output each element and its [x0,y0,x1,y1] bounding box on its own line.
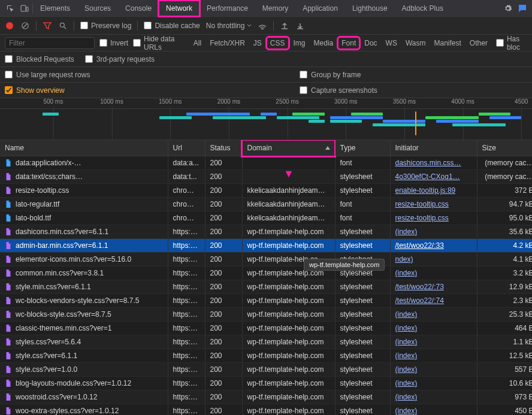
show-overview-checkbox[interactable]: Show overview [5,86,65,95]
type-filter-font[interactable]: Font [338,37,359,49]
tab-network[interactable]: Network [159,1,200,16]
initiator-link[interactable]: /test/woo22/:73 [395,283,444,291]
device-toolbar-icon[interactable] [18,2,31,15]
table-row[interactable]: style.css?ver=1.0.0https:…200wp-tf.templ… [0,363,532,377]
type-filter-wasm[interactable]: Wasm [402,37,430,49]
table-row[interactable]: data:application/x-…data:a...200fontdash… [0,156,532,170]
col-type[interactable]: Type [335,140,390,156]
initiator-link[interactable]: (index) [395,365,418,374]
initiator-link[interactable]: (index) [395,352,418,360]
type-filter-ws[interactable]: WS [382,37,401,49]
initiator-link[interactable]: (index) [395,338,418,346]
initiator-link[interactable]: /test/woo22/:74 [395,296,444,305]
table-row[interactable]: common.min.css?ver=3.8.1https:…200wp-tf.… [0,266,532,280]
third-party-requests-checkbox[interactable]: 3rd-party requests [85,55,155,63]
initiator-link[interactable]: enable-tooltip.js:89 [395,186,456,195]
initiator-link[interactable]: resize-tooltip.css [395,200,449,208]
tab-elements[interactable]: Elements [33,1,77,16]
initiator-link[interactable]: dashicons.min.css… [395,159,461,167]
table-row[interactable]: resize-tooltip.csschrom…200kkelicaakdanh… [0,184,532,198]
network-conditions-icon[interactable] [258,21,267,31]
url-cell: https:… [168,322,205,335]
filter-toggle-icon[interactable] [43,21,52,31]
col-domain[interactable]: Domain [242,140,335,156]
tab-sources[interactable]: Sources [77,1,118,16]
type-filter-fetch-xhr[interactable]: Fetch/XHR [206,37,249,49]
type-filter-media[interactable]: Media [310,37,337,49]
initiator-link[interactable]: (index) [395,393,418,401]
feedback-icon[interactable] [516,2,528,14]
size-cell: 4.2 kB [477,239,532,253]
table-row[interactable]: woostroid.css?ver=1.0.12https:…200wp-tf.… [0,390,532,404]
type-filter-all[interactable]: All [190,37,205,49]
large-rows-checkbox[interactable]: Use large request rows [5,71,90,79]
table-row[interactable]: style.min.css?ver=6.1.1https:…200wp-tf.t… [0,280,532,294]
url-cell: https:… [168,349,205,363]
table-row[interactable]: wc-blocks-vendors-style.css?ver=8.7.5htt… [0,294,532,308]
table-row[interactable]: woo-extra-styles.css?ver=1.0.12https:…20… [0,404,532,416]
initiator-link[interactable]: (index) [395,228,418,236]
filter-input[interactable] [5,37,95,49]
preserve-log-checkbox[interactable]: Preserve log [80,22,131,30]
type-filter-img[interactable]: Img [290,37,309,49]
clear-button[interactable] [20,21,30,31]
blocked-requests-checkbox[interactable]: Blocked Requests [5,55,74,63]
initiator-link[interactable]: 4o300efCt-CXoq1… [395,172,460,181]
table-row[interactable]: wc-blocks-style.css?ver=8.7.5https:…200w… [0,308,532,322]
table-row[interactable]: blog-layouts-module.css?ver=1.0.12https:… [0,377,532,390]
url-cell: https:… [168,266,205,280]
table-row[interactable]: lato-regular.ttfchrom…200kkelicaakdanhin… [0,198,532,211]
type-filter-other[interactable]: Other [466,37,491,49]
has-blocked-checkbox[interactable]: Has bloc [496,35,527,52]
record-button[interactable] [5,21,14,31]
col-name[interactable]: Name [0,140,168,156]
hide-data-urls-checkbox[interactable]: Hide data URLs [133,35,183,52]
tab-lighthouse[interactable]: Lighthouse [345,1,395,16]
domain-cell [242,156,335,170]
initiator-link[interactable]: resize-tooltip.css [395,214,449,222]
download-har-icon[interactable] [295,21,305,31]
settings-icon[interactable] [502,2,514,14]
type-filter-css[interactable]: CSS [267,37,289,49]
type-cell: font [335,198,390,211]
overview-timeline[interactable]: 500 ms1000 ms1500 ms2000 ms2500 ms3000 m… [0,98,532,140]
col-url[interactable]: Url [168,140,205,156]
tab-memory[interactable]: Memory [255,1,295,16]
tab-performance[interactable]: Performance [200,1,255,16]
type-filter-doc[interactable]: Doc [361,37,380,49]
throttling-select[interactable]: No throttling [206,22,252,30]
type-filter-js[interactable]: JS [250,37,265,49]
initiator-link[interactable]: (index) [395,324,418,332]
col-initiator[interactable]: Initiator [390,140,477,156]
tab-adblock-plus[interactable]: Adblock Plus [395,1,451,16]
inspect-element-icon[interactable] [4,2,17,15]
table-row[interactable]: style.css?ver=6.1.1https:…200wp-tf.templ… [0,349,532,363]
table-row[interactable]: dashicons.min.css?ver=6.1.1https:…200wp-… [0,225,532,239]
search-icon[interactable] [58,21,68,31]
table-row[interactable]: classic-themes.min.css?ver=1https:…200wp… [0,322,532,335]
initiator-link[interactable]: ndex) [395,255,413,263]
table-row[interactable]: lato-bold.ttfchrom…200kkelicaakdanhinjde… [0,211,532,225]
status-cell: 200 [205,377,242,390]
status-cell: 200 [205,239,242,253]
table-row[interactable]: admin-bar.min.css?ver=6.1.1https:…200wp-… [0,239,532,253]
invert-checkbox[interactable]: Invert [99,39,128,47]
initiator-link[interactable]: (index) [395,407,418,415]
initiator-link[interactable]: (index) [395,379,418,387]
table-row[interactable]: styles.css?ver=5.6.4https:…200wp-tf.temp… [0,335,532,349]
table-row[interactable]: data:text/css;chars…data:t...200styleshe… [0,170,532,184]
tab-application[interactable]: Application [295,1,345,16]
col-status[interactable]: Status [205,140,242,156]
initiator-link[interactable]: /test/woo22/:33 [395,241,444,250]
table-row[interactable]: elementor-icons.min.css?ver=5.16.0https:… [0,253,532,266]
disable-cache-checkbox[interactable]: Disable cache [144,22,200,30]
initiator-link[interactable]: (index) [395,269,418,277]
type-filter-manifest[interactable]: Manifest [431,37,465,49]
col-size[interactable]: Size [477,140,532,156]
upload-har-icon[interactable] [280,21,289,31]
capture-screenshots-checkbox[interactable]: Capture screenshots [300,86,527,95]
initiator-link[interactable]: (index) [395,310,418,319]
tab-console[interactable]: Console [118,1,159,16]
initiator-cell: (index) [390,404,477,416]
group-by-frame-checkbox[interactable]: Group by frame [300,71,527,79]
